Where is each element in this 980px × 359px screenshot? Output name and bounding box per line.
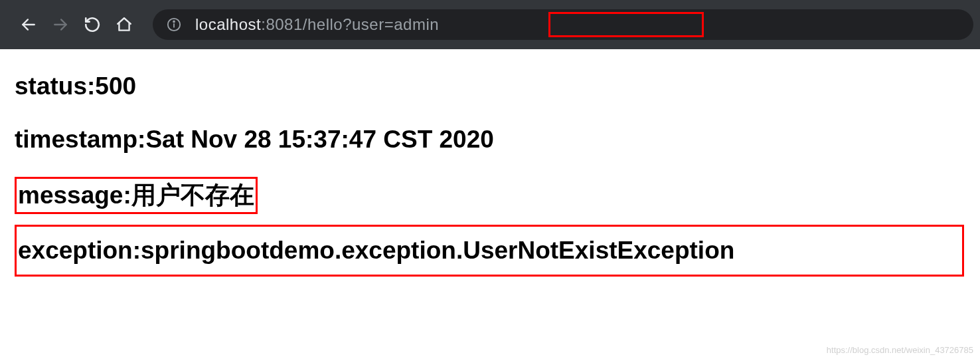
status-value: 500 xyxy=(95,72,136,100)
forward-icon[interactable] xyxy=(50,15,70,35)
reload-icon[interactable] xyxy=(82,15,102,35)
back-icon[interactable] xyxy=(19,15,39,35)
url-port-path: :8081/hello xyxy=(261,15,343,34)
message-highlight-box: message:用户不存在 xyxy=(15,177,258,214)
exception-line: exception:springbootdemo.exception.UserN… xyxy=(18,235,961,267)
message-value: 用户不存在 xyxy=(131,181,254,209)
svg-point-4 xyxy=(173,21,175,23)
exception-value: springbootdemo.exception.UserNotExistExc… xyxy=(141,237,734,264)
info-icon[interactable] xyxy=(166,17,182,33)
status-line: status:500 xyxy=(15,70,965,102)
status-label: status: xyxy=(15,72,95,100)
timestamp-value: Sat Nov 28 15:37:47 CST 2020 xyxy=(145,126,493,153)
home-icon[interactable] xyxy=(114,15,134,35)
nav-controls xyxy=(19,15,134,35)
timestamp-line: timestamp:Sat Nov 28 15:37:47 CST 2020 xyxy=(15,124,965,156)
url-highlight-box xyxy=(548,12,704,37)
url-text: localhost:8081/hello?user=admin xyxy=(195,15,439,34)
timestamp-label: timestamp: xyxy=(15,126,145,153)
url-query: ?user=admin xyxy=(343,15,439,34)
page-content: status:500 timestamp:Sat Nov 28 15:37:47… xyxy=(0,49,980,308)
exception-label: exception: xyxy=(18,237,141,264)
message-label: message: xyxy=(18,181,131,209)
message-line: message:用户不存在 xyxy=(18,180,254,211)
url-host: localhost xyxy=(195,15,261,34)
watermark: https://blog.csdn.net/weixin_43726785 xyxy=(827,345,973,355)
browser-toolbar: localhost:8081/hello?user=admin xyxy=(0,0,980,49)
address-bar[interactable]: localhost:8081/hello?user=admin xyxy=(153,9,973,40)
exception-highlight-box: exception:springbootdemo.exception.UserN… xyxy=(15,225,964,277)
